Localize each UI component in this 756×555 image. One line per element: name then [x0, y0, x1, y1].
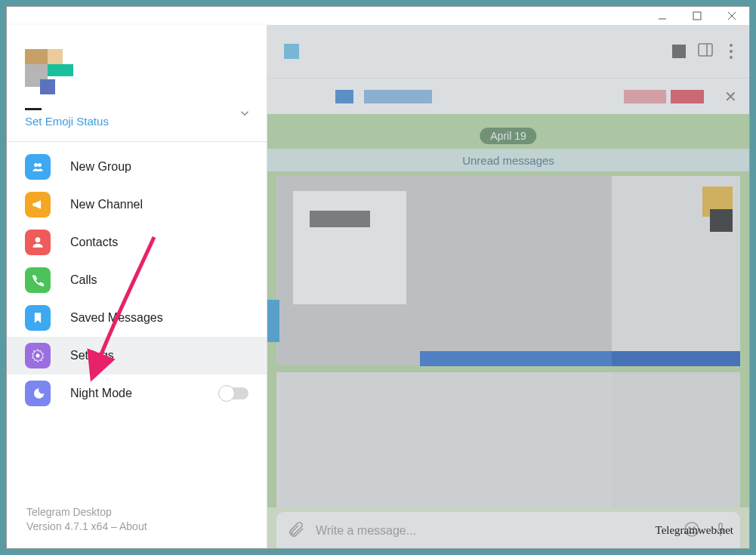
message-bubble[interactable]	[612, 176, 740, 365]
menu-label: Night Mode	[70, 387, 132, 400]
message-input[interactable]: Write a message...	[316, 524, 672, 538]
menu-label: Calls	[70, 273, 97, 287]
gear-icon	[25, 343, 51, 368]
moon-icon	[25, 381, 51, 406]
messages	[276, 176, 740, 507]
date-pill: April 19	[480, 128, 536, 144]
maximize-button[interactable]	[680, 7, 714, 25]
chat-avatar[interactable]	[284, 44, 299, 59]
menu-night-mode[interactable]: Night Mode	[7, 375, 267, 412]
attach-icon[interactable]	[287, 520, 305, 541]
menu-settings[interactable]: Settings	[7, 337, 267, 375]
chevron-down-icon[interactable]	[238, 106, 251, 123]
header-placeholder-icon	[672, 45, 686, 58]
app-window: Set Emoji Status New Group New Channel C…	[6, 6, 750, 549]
menu-label: New Channel	[70, 198, 143, 211]
titlebar	[7, 7, 749, 25]
unread-divider: Unread messages	[267, 149, 749, 171]
about-link[interactable]: About	[119, 520, 147, 532]
username-redacted	[25, 108, 42, 110]
close-pinned-icon[interactable]: ✕	[724, 88, 737, 106]
phone-icon	[25, 267, 51, 293]
chat-scroll-area[interactable]: April 19 Unread messages	[267, 114, 749, 507]
app-name: Telegram Desktop	[26, 505, 267, 520]
avatar[interactable]	[25, 46, 73, 94]
folder-tab-indicator	[267, 300, 279, 342]
svg-rect-8	[699, 44, 712, 56]
sidebar-toggle-icon[interactable]	[696, 41, 714, 62]
menu-contacts[interactable]: Contacts	[7, 224, 267, 261]
profile-header: Set Emoji Status	[7, 25, 267, 137]
main-area: ✕ April 19 Unread messages	[267, 25, 749, 549]
night-mode-toggle[interactable]	[220, 387, 248, 399]
svg-rect-1	[693, 12, 701, 20]
menu-new-channel[interactable]: New Channel	[7, 186, 267, 224]
svg-point-6	[35, 237, 41, 242]
drawer-footer: Telegram Desktop Version 4.7.1 x64 – Abo…	[7, 505, 267, 549]
minimize-button[interactable]	[645, 7, 680, 25]
app-version: Version 4.7.1 x64 –	[26, 520, 119, 532]
message-bubble[interactable]	[612, 372, 740, 507]
svg-point-7	[36, 354, 40, 358]
megaphone-icon	[25, 192, 51, 217]
set-emoji-status-link[interactable]: Set Emoji Status	[25, 115, 251, 128]
watermark: Telegramweb.net	[656, 524, 733, 537]
chat-header	[267, 25, 749, 78]
menu-label: New Group	[70, 160, 131, 174]
bookmark-icon	[25, 305, 51, 331]
pinned-bar[interactable]: ✕	[267, 78, 749, 114]
menu-calls[interactable]: Calls	[7, 261, 267, 299]
group-icon	[25, 154, 51, 180]
menu-saved-messages[interactable]: Saved Messages	[7, 299, 267, 337]
menu-label: Contacts	[70, 236, 118, 249]
svg-point-5	[38, 163, 42, 167]
main-drawer: Set Emoji Status New Group New Channel C…	[7, 25, 267, 549]
more-menu-icon[interactable]	[725, 44, 737, 59]
svg-point-4	[34, 163, 38, 167]
close-button[interactable]	[714, 7, 749, 25]
menu-label: Settings	[70, 349, 114, 362]
menu-label: Saved Messages	[70, 311, 163, 325]
menu-new-group[interactable]: New Group	[7, 148, 267, 186]
person-icon	[25, 230, 51, 255]
drawer-menu: New Group New Channel Contacts Calls Sav…	[7, 142, 267, 418]
